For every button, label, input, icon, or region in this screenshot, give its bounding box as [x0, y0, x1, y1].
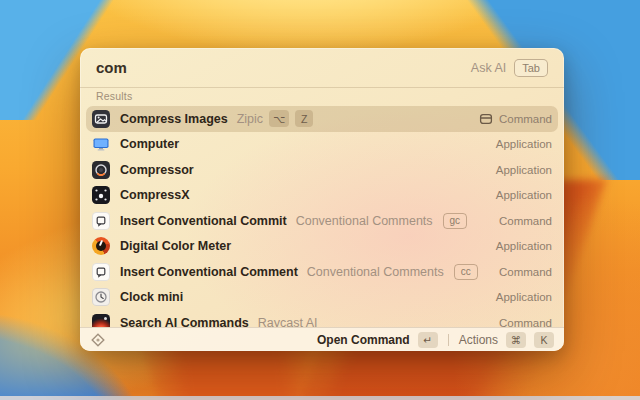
actions-button[interactable]: Actions [459, 333, 498, 347]
item-type: Application [496, 291, 552, 303]
item-subtitle: Conventional Comments [307, 265, 444, 279]
item-type: Command [499, 113, 552, 125]
item-type: Command [499, 317, 552, 327]
action-bar: Open Command ↵ Actions ⌘ K [80, 327, 564, 351]
alias-badge: cc [454, 264, 478, 280]
item-title: Clock mini [120, 290, 183, 304]
z-key-hint: Z [295, 110, 313, 127]
list-item-compressor[interactable]: Compressor Application [86, 157, 558, 183]
k-key-hint: K [534, 332, 554, 348]
item-title: Insert Conventional Comment [120, 265, 298, 279]
alias-badge: gc [443, 213, 468, 229]
command-key-hint: ⌘ [506, 332, 526, 348]
list-item-computer[interactable]: Computer Application [86, 132, 558, 158]
open-command-button[interactable]: Open Command [317, 333, 410, 347]
item-title: CompressX [120, 188, 189, 202]
item-type: Command [499, 215, 552, 227]
item-title: Digital Color Meter [120, 239, 231, 253]
dock-edge-strip [0, 396, 640, 400]
item-type: Application [496, 164, 552, 176]
conventional-comments-icon [92, 263, 110, 281]
raycast-logo-icon [90, 332, 106, 348]
search-input[interactable] [96, 59, 471, 76]
item-type: Application [496, 189, 552, 201]
ask-ai-button[interactable]: Ask AI Tab [471, 59, 548, 77]
item-subtitle: Zipic [237, 112, 263, 126]
enter-key-hint: ↵ [418, 332, 438, 348]
item-title: Search AI Commands [120, 316, 249, 327]
compressx-app-icon [92, 186, 110, 204]
digital-color-meter-icon [92, 237, 110, 255]
item-title: Computer [120, 137, 179, 151]
item-title: Compressor [120, 163, 194, 177]
item-type: Application [496, 138, 552, 150]
tab-key-hint: Tab [514, 59, 548, 77]
list-item-insert-conventional-comment[interactable]: Insert Conventional Comment Conventional… [86, 259, 558, 285]
zipic-app-icon [92, 110, 110, 128]
list-item-clock-mini[interactable]: Clock mini Application [86, 285, 558, 311]
search-bar: Ask AI Tab [80, 48, 564, 88]
option-key-hint: ⌥ [269, 110, 289, 127]
conventional-comments-icon [92, 212, 110, 230]
item-subtitle: Conventional Comments [296, 214, 433, 228]
ask-ai-label: Ask AI [471, 61, 506, 75]
list-item-compress-images[interactable]: Compress Images Zipic ⌥ Z Command [86, 106, 558, 132]
list-item-compressx[interactable]: CompressX Application [86, 183, 558, 209]
compressor-app-icon [92, 161, 110, 179]
results-list: Compress Images Zipic ⌥ Z Command Comput… [80, 104, 564, 327]
computer-app-icon [92, 135, 110, 153]
item-type: Command [499, 266, 552, 278]
list-item-digital-color-meter[interactable]: Digital Color Meter Application [86, 234, 558, 260]
item-subtitle: Raycast AI [258, 316, 318, 327]
raycast-launcher-window: Ask AI Tab Results Compress Images Zipic… [80, 48, 564, 351]
command-type-icon [479, 112, 493, 126]
item-type: Application [496, 240, 552, 252]
list-item-insert-conventional-commit[interactable]: Insert Conventional Commit Conventional … [86, 208, 558, 234]
list-item-search-ai-commands[interactable]: Search AI Commands Raycast AI Command [86, 310, 558, 327]
item-title: Compress Images [120, 112, 228, 126]
raycast-ai-icon [92, 314, 110, 327]
item-title: Insert Conventional Commit [120, 214, 287, 228]
footer-divider [448, 334, 449, 346]
results-section-header: Results [80, 88, 564, 104]
clock-mini-icon [92, 288, 110, 306]
